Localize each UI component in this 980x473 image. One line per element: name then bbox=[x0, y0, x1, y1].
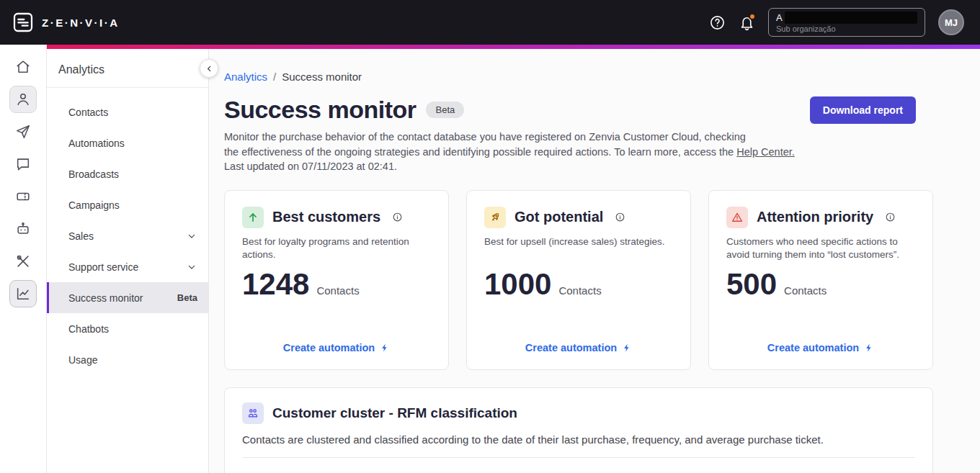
best-customers-card: Best customers Best for loyalty programs… bbox=[224, 190, 449, 370]
analytics-sidebar: Analytics Contacts Automations Broadcast… bbox=[47, 49, 209, 473]
breadcrumb: Analytics / Success monitor bbox=[224, 71, 933, 83]
sidebar-item-broadcasts[interactable]: Broadcasts bbox=[47, 158, 208, 189]
info-icon[interactable] bbox=[615, 212, 625, 222]
sidebar-item-label: Usage bbox=[68, 354, 97, 366]
description-line-2: the effectiveness of the ongoing strateg… bbox=[224, 146, 734, 158]
create-automation-label: Create automation bbox=[283, 342, 375, 353]
page-title: Success monitor bbox=[224, 96, 416, 124]
main-content: Analytics / Success monitor Success moni… bbox=[209, 49, 980, 473]
attention-priority-card: Attention priority Customers who need sp… bbox=[708, 190, 933, 370]
rail-item-tools[interactable] bbox=[9, 248, 37, 275]
send-icon bbox=[15, 124, 31, 140]
info-icon[interactable] bbox=[392, 212, 403, 222]
rail-item-broadcasts[interactable] bbox=[9, 118, 37, 145]
sidebar-item-label: Broadcasts bbox=[68, 168, 119, 180]
contact-count: 1248 bbox=[242, 267, 309, 302]
top-bar: Z·E·N·V·I·A A Sub organização MJ bbox=[0, 0, 980, 45]
zenvia-logo-icon bbox=[12, 11, 35, 34]
sidebar-item-label: Support service bbox=[68, 261, 138, 273]
create-automation-label: Create automation bbox=[767, 342, 859, 353]
sidebar-item-usage[interactable]: Usage bbox=[47, 344, 208, 375]
create-automation-label: Create automation bbox=[525, 342, 617, 353]
chevron-left-icon bbox=[204, 63, 215, 74]
sidebar-collapse-button[interactable] bbox=[200, 59, 218, 78]
description-line-1: Monitor the purchase behavior of the con… bbox=[224, 131, 746, 143]
line-chart-icon bbox=[15, 286, 31, 302]
download-report-button[interactable]: Download report bbox=[810, 96, 916, 124]
breadcrumb-analytics-link[interactable]: Analytics bbox=[224, 71, 267, 83]
user-avatar[interactable]: MJ bbox=[938, 9, 964, 35]
sidebar-item-automations[interactable]: Automations bbox=[47, 127, 208, 158]
contact-count: 1000 bbox=[484, 267, 551, 302]
sidebar-title: Analytics bbox=[47, 49, 208, 88]
kpi-cards: Best customers Best for loyalty programs… bbox=[224, 190, 933, 370]
zenvia-brand[interactable]: Z·E·N·V·I·A bbox=[12, 11, 119, 34]
contact-count: 500 bbox=[726, 267, 777, 302]
sidebar-item-chatbots[interactable]: Chatbots bbox=[47, 313, 208, 344]
beta-badge: Beta bbox=[177, 292, 197, 303]
home-icon bbox=[15, 59, 31, 75]
rail-item-contacts[interactable] bbox=[9, 86, 37, 113]
sidebar-item-label: Sales bbox=[68, 230, 94, 242]
cluster-description: Contacts are clustered and classified ac… bbox=[242, 433, 915, 446]
help-icon[interactable] bbox=[709, 14, 726, 31]
info-icon[interactable] bbox=[885, 212, 896, 222]
organization-name: A bbox=[776, 12, 783, 24]
card-subtitle: Best for loyalty programs and retention … bbox=[242, 235, 431, 261]
cluster-title: Customer cluster - RFM classification bbox=[272, 405, 517, 421]
create-automation-link[interactable]: Create automation bbox=[283, 342, 390, 353]
contact-unit: Contacts bbox=[316, 284, 359, 297]
page-beta-badge: Beta bbox=[426, 102, 464, 118]
sidebar-item-label: Automations bbox=[68, 138, 125, 149]
sidebar-item-label: Contacts bbox=[68, 107, 108, 118]
sub-organization-label: Sub organização bbox=[776, 24, 917, 33]
customer-cluster-card: Customer cluster - RFM classification Co… bbox=[224, 387, 933, 473]
create-automation-link[interactable]: Create automation bbox=[525, 342, 632, 353]
robot-icon bbox=[15, 221, 31, 237]
sidebar-item-contacts[interactable]: Contacts bbox=[47, 96, 208, 127]
contact-unit: Contacts bbox=[784, 284, 827, 297]
rail-item-home[interactable] bbox=[9, 53, 37, 81]
people-group-icon bbox=[242, 402, 264, 424]
organization-name-redacted bbox=[785, 12, 917, 24]
breadcrumb-current: Success monitor bbox=[282, 71, 362, 83]
tools-icon bbox=[15, 253, 31, 269]
breadcrumb-separator: / bbox=[273, 71, 276, 83]
rail-item-bot[interactable] bbox=[9, 215, 37, 243]
create-automation-link[interactable]: Create automation bbox=[767, 342, 874, 353]
card-title: Attention priority bbox=[757, 209, 873, 225]
lightning-icon bbox=[622, 343, 632, 353]
got-potential-card: Got potential Best for upsell (increase … bbox=[466, 190, 691, 370]
chevron-down-icon bbox=[186, 261, 197, 273]
cluster-divider bbox=[242, 457, 915, 458]
sidebar-item-label: Campaigns bbox=[68, 199, 120, 211]
brand-text: Z·E·N·V·I·A bbox=[42, 17, 119, 29]
page-description: Monitor the purchase behavior of the con… bbox=[224, 130, 933, 174]
rocket-icon bbox=[484, 207, 506, 228]
contact-unit: Contacts bbox=[558, 284, 601, 297]
rail-item-analytics[interactable] bbox=[9, 280, 37, 307]
chat-bubble-icon bbox=[15, 156, 31, 172]
organization-selector[interactable]: A Sub organização bbox=[768, 8, 925, 37]
notification-dot bbox=[749, 13, 756, 20]
card-subtitle: Customers who need specific actions to a… bbox=[726, 235, 915, 261]
sidebar-item-label: Chatbots bbox=[68, 323, 109, 335]
rail-item-conversations[interactable] bbox=[9, 150, 37, 178]
sidebar-item-sales[interactable]: Sales bbox=[47, 220, 208, 251]
sidebar-item-success-monitor[interactable]: Success monitor Beta bbox=[47, 282, 208, 313]
card-title: Got potential bbox=[514, 209, 603, 225]
notifications-bell-icon[interactable] bbox=[739, 14, 755, 31]
card-subtitle: Best for upsell (increase sales) strateg… bbox=[484, 235, 673, 261]
help-center-link[interactable]: Help Center. bbox=[736, 146, 795, 158]
sidebar-item-label: Success monitor bbox=[68, 292, 143, 304]
chevron-down-icon bbox=[186, 230, 197, 242]
sidebar-item-campaigns[interactable]: Campaigns bbox=[47, 189, 208, 220]
contacts-person-icon bbox=[15, 91, 31, 107]
icon-rail bbox=[0, 45, 47, 473]
ticket-icon bbox=[15, 189, 31, 204]
last-updated-text: Last updated on 07/11/2023 at 02:41. bbox=[224, 161, 397, 172]
sidebar-item-support-service[interactable]: Support service bbox=[47, 251, 208, 282]
rail-item-tickets[interactable] bbox=[9, 183, 37, 210]
warning-triangle-icon bbox=[726, 207, 748, 228]
lightning-icon bbox=[380, 343, 390, 353]
